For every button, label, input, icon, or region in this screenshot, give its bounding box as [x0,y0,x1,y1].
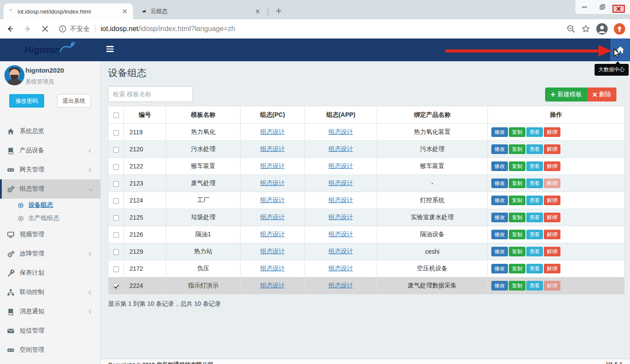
sidebar-subitem[interactable]: 生产线组态 [0,212,100,225]
copy-button[interactable]: 复制 [509,127,525,137]
column-header[interactable]: 编号 [124,106,166,124]
app-config-link[interactable]: 组态设计 [329,248,353,255]
modify-button[interactable]: 修改 [491,264,508,273]
copy-button[interactable]: 复制 [509,213,525,222]
sidebar-item[interactable]: 故障管理 [0,244,100,263]
sidebar-item[interactable]: 联动控制 [0,283,100,302]
delete-button[interactable]: 删除 [587,88,616,102]
view-button[interactable]: 查看 [526,178,543,188]
view-button[interactable]: 查看 [526,213,543,222]
app-config-link[interactable]: 组态设计 [329,145,353,152]
copy-button[interactable]: 复制 [509,178,525,188]
modify-button[interactable]: 修改 [491,127,508,137]
unbind-button[interactable]: 解绑 [544,230,560,239]
row-checkbox[interactable] [113,215,119,221]
window-restore-button[interactable] [596,2,609,12]
view-button[interactable]: 查看 [526,127,543,137]
copy-button[interactable]: 复制 [509,144,525,154]
forward-button[interactable] [20,21,35,36]
window-close-button[interactable] [614,2,627,12]
unbind-button[interactable]: 解绑 [544,178,560,188]
window-minimize-button[interactable] [578,2,591,12]
column-header[interactable]: 组态(APP) [305,106,377,124]
back-button[interactable] [3,21,18,36]
info-icon[interactable] [59,25,66,33]
view-button[interactable]: 查看 [526,281,543,290]
logout-button[interactable]: 退出系统 [57,94,91,108]
row-checkbox[interactable] [113,198,119,204]
column-header[interactable]: 组态(PC) [241,106,305,124]
modify-button[interactable]: 修改 [491,161,508,171]
unbind-button[interactable]: 解绑 [544,161,560,171]
unbind-button[interactable]: 解绑 [544,213,560,222]
app-config-link[interactable]: 组态设计 [329,162,353,169]
view-button[interactable]: 查看 [526,230,543,239]
modify-button[interactable]: 修改 [491,196,508,205]
unbind-button[interactable]: 解绑 [544,247,560,256]
row-checkbox[interactable] [113,164,119,170]
menu-toggle-icon[interactable] [106,46,114,52]
view-button[interactable]: 查看 [526,247,543,256]
modify-button[interactable]: 修改 [491,213,508,222]
pc-config-link[interactable]: 组态设计 [260,179,285,186]
app-config-link[interactable]: 组态设计 [329,231,353,238]
modify-button[interactable]: 修改 [491,281,508,290]
search-input[interactable] [108,86,193,102]
sidebar-item[interactable]: 产品设备 [0,141,100,160]
row-checkbox[interactable] [113,130,119,136]
tab-close-icon[interactable] [254,7,262,15]
pc-config-link[interactable]: 组态设计 [260,231,285,238]
view-button[interactable]: 查看 [526,264,543,273]
browser-tab-current[interactable]: iot.idosp.net/idosp/index.html [4,4,133,19]
app-config-link[interactable]: 组态设计 [329,214,353,220]
unbind-button[interactable]: 解绑 [544,196,560,205]
copy-button[interactable]: 复制 [509,247,525,256]
sidebar-item[interactable]: 空间管理 [0,340,100,360]
view-button[interactable]: 查看 [526,161,543,171]
unbind-button[interactable]: 解绑 [544,281,560,290]
column-header[interactable]: 绑定产品名称 [377,106,488,124]
app-config-link[interactable]: 组态设计 [329,265,353,272]
user-avatar[interactable] [4,65,24,85]
copy-button[interactable]: 复制 [509,161,525,171]
copy-button[interactable]: 复制 [509,230,525,239]
select-all-checkbox[interactable] [113,112,119,118]
sidebar-item[interactable]: 系统总览 [0,122,100,141]
app-config-link[interactable]: 组态设计 [329,282,353,289]
unbind-button[interactable]: 解绑 [544,264,560,273]
stop-loading-button[interactable] [38,21,52,36]
zoom-icon[interactable] [566,24,576,34]
app-config-link[interactable]: 组态设计 [329,128,353,135]
browser-update-icon[interactable] [613,23,626,35]
row-checkbox[interactable] [113,232,119,238]
pc-config-link[interactable]: 组态设计 [260,196,285,203]
pc-config-link[interactable]: 组态设计 [260,265,285,272]
column-header[interactable]: 操作 [488,106,625,124]
pc-config-link[interactable]: 组态设计 [260,128,285,135]
sidebar-subitem[interactable]: 设备组态 [0,199,100,212]
column-header[interactable]: 模板名称 [166,106,241,124]
pc-config-link[interactable]: 组态设计 [260,145,285,152]
profile-avatar-icon[interactable] [596,23,608,35]
view-button[interactable]: 查看 [526,196,543,205]
bookmark-star-icon[interactable] [581,24,591,34]
row-checkbox[interactable] [113,249,119,255]
modify-button[interactable]: 修改 [491,230,508,239]
url-field[interactable]: 不安全 iot.idosp.net /idosp/index.html?lang… [59,25,566,33]
tab-close-icon[interactable] [121,7,129,15]
sidebar-item[interactable]: 网关管理 [0,160,100,179]
new-tab-button[interactable] [273,5,284,17]
view-button[interactable]: 查看 [526,144,543,154]
unbind-button[interactable]: 解绑 [544,144,560,154]
modify-button[interactable]: 修改 [491,144,508,154]
sidebar-item[interactable]: 视频管理 [0,225,100,244]
pc-config-link[interactable]: 组态设计 [260,248,285,255]
modify-button[interactable]: 修改 [491,178,508,188]
row-checkbox[interactable] [113,284,119,289]
pc-config-link[interactable]: 组态设计 [260,214,285,220]
sidebar-item[interactable]: 保养计划 [0,263,100,283]
copy-button[interactable]: 复制 [509,196,525,205]
copy-button[interactable]: 复制 [509,281,525,290]
app-config-link[interactable]: 组态设计 [329,179,353,186]
copy-button[interactable]: 复制 [509,264,525,273]
